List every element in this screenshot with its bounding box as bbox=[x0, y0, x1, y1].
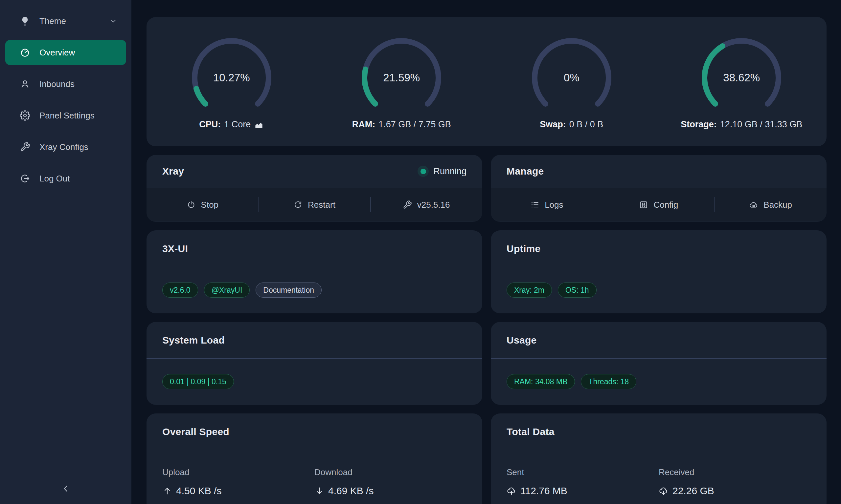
restart-icon bbox=[293, 200, 303, 209]
sidebar-item-overview[interactable]: Overview bbox=[5, 40, 126, 65]
speed-stats: Upload 4.50 KB /s Download bbox=[147, 450, 482, 497]
xray-status-text: Running bbox=[433, 166, 466, 177]
sent-value: 112.76 MB bbox=[520, 485, 567, 497]
wrench-icon bbox=[403, 200, 412, 209]
backup-button[interactable]: Backup bbox=[715, 188, 826, 221]
received-label: Received bbox=[659, 467, 811, 478]
received-value: 22.26 GB bbox=[672, 485, 714, 497]
logs-button[interactable]: Logs bbox=[491, 188, 603, 221]
xui-card-title: 3X-UI bbox=[162, 243, 188, 254]
speedometer-icon bbox=[20, 47, 30, 58]
total-data-title: Total Data bbox=[507, 426, 554, 437]
system-load-title: System Load bbox=[162, 335, 225, 346]
sent-label: Sent bbox=[507, 467, 659, 478]
xray-card: Xray Running Stop bbox=[147, 155, 482, 222]
total-data-card: Total Data Sent 112.76 MB Received bbox=[491, 413, 826, 504]
sidebar-item-theme[interactable]: Theme bbox=[5, 8, 126, 34]
cloud-upload-icon bbox=[507, 486, 516, 496]
status-dot bbox=[420, 169, 426, 174]
upload-stat: Upload 4.50 KB /s bbox=[162, 467, 314, 497]
logs-button-label: Logs bbox=[545, 200, 563, 210]
load-average-tag: 0.01 | 0.09 | 0.15 bbox=[162, 374, 234, 390]
storage-percent: 38.62% bbox=[697, 34, 786, 122]
threads-tag: Threads: 18 bbox=[581, 374, 636, 390]
uptime-card-title: Uptime bbox=[507, 243, 540, 254]
system-gauges-card: 10.27% CPU: 1 Core bbox=[147, 17, 826, 146]
power-icon bbox=[187, 200, 196, 209]
app-root: Theme Overview Inbounds bbox=[0, 0, 841, 504]
xray-status-badge: Running bbox=[417, 166, 466, 177]
download-stat: Download 4.69 KB /s bbox=[314, 467, 466, 497]
sidebar-item-label: Panel Settings bbox=[39, 111, 95, 121]
sidebar-item-label: Theme bbox=[39, 16, 66, 26]
restart-button-label: Restart bbox=[308, 200, 336, 210]
download-value: 4.69 KB /s bbox=[328, 485, 374, 497]
stop-button[interactable]: Stop bbox=[147, 188, 259, 221]
overall-speed-title: Overall Speed bbox=[162, 426, 229, 437]
ram-usage-tag: RAM: 34.08 MB bbox=[507, 374, 575, 390]
config-button[interactable]: Config bbox=[603, 188, 715, 221]
sidebar-item-xray-configs[interactable]: Xray Configs bbox=[5, 134, 126, 160]
xui-tags: v2.6.0 @XrayUI Documentation bbox=[147, 267, 482, 313]
received-stat: Received 22.26 GB bbox=[659, 467, 811, 497]
gear-icon bbox=[20, 110, 30, 121]
usage-tags: RAM: 34.08 MB Threads: 18 bbox=[491, 359, 826, 404]
uptime-card: Uptime Xray: 2m OS: 1h bbox=[491, 230, 826, 313]
version-tag[interactable]: v2.6.0 bbox=[162, 283, 198, 298]
sidebar-item-label: Inbounds bbox=[39, 79, 74, 89]
xray-card-title: Xray bbox=[162, 166, 184, 177]
sidebar: Theme Overview Inbounds bbox=[0, 0, 132, 504]
system-load-tags: 0.01 | 0.09 | 0.15 bbox=[147, 359, 482, 404]
stop-button-label: Stop bbox=[201, 200, 219, 210]
lightbulb-icon bbox=[20, 16, 30, 26]
upload-value: 4.50 KB /s bbox=[176, 485, 221, 497]
sidebar-item-label: Xray Configs bbox=[39, 142, 88, 152]
sidebar-item-inbounds[interactable]: Inbounds bbox=[5, 72, 126, 96]
sliders-icon bbox=[639, 200, 648, 209]
os-uptime-tag: OS: 1h bbox=[558, 283, 597, 298]
cloud-download-icon bbox=[659, 486, 669, 496]
wrench-icon bbox=[20, 142, 30, 152]
xray-version-label: v25.5.16 bbox=[417, 200, 450, 210]
manage-actions: Logs Config Backup bbox=[491, 188, 826, 221]
status-dot-ring bbox=[417, 166, 429, 177]
storage-gauge: 38.62% Storage: 12.10 GB / 31.33 GB bbox=[657, 17, 827, 146]
arrow-down-icon bbox=[314, 486, 324, 496]
swap-gauge: 0% Swap: 0 B / 0 B bbox=[486, 17, 657, 146]
cpu-percent: 10.27% bbox=[187, 34, 276, 122]
system-load-card: System Load 0.01 | 0.09 | 0.15 bbox=[147, 322, 482, 405]
user-icon bbox=[20, 79, 30, 89]
xray-version-button[interactable]: v25.5.16 bbox=[370, 188, 482, 221]
cloud-backup-icon bbox=[749, 200, 758, 209]
chevron-down-icon bbox=[109, 17, 118, 25]
download-label: Download bbox=[314, 467, 466, 478]
ram-gauge: 21.59% RAM: 1.67 GB / 7.75 GB bbox=[317, 17, 487, 146]
backup-button-label: Backup bbox=[763, 200, 792, 210]
total-data-stats: Sent 112.76 MB Received bbox=[491, 450, 826, 497]
ram-percent: 21.59% bbox=[357, 34, 446, 122]
sidebar-item-label: Log Out bbox=[39, 174, 70, 184]
sidebar-item-panel-settings[interactable]: Panel Settings bbox=[5, 103, 126, 128]
cpu-gauge: 10.27% CPU: 1 Core bbox=[147, 17, 317, 146]
uptime-tags: Xray: 2m OS: 1h bbox=[491, 267, 826, 313]
xrayui-tag[interactable]: @XrayUI bbox=[204, 283, 250, 298]
manage-card-title: Manage bbox=[507, 166, 544, 177]
swap-percent: 0% bbox=[527, 34, 616, 122]
documentation-tag[interactable]: Documentation bbox=[256, 283, 322, 298]
sidebar-item-label: Overview bbox=[39, 48, 75, 58]
chevron-left-icon bbox=[61, 483, 71, 495]
overall-speed-card: Overall Speed Upload 4.50 KB /s Downlo bbox=[147, 413, 482, 504]
sidebar-collapse-button[interactable] bbox=[0, 480, 132, 498]
xui-card: 3X-UI v2.6.0 @XrayUI Documentation bbox=[147, 230, 482, 313]
sidebar-item-log-out[interactable]: Log Out bbox=[5, 166, 126, 191]
logout-icon bbox=[20, 173, 30, 184]
upload-label: Upload bbox=[162, 467, 314, 478]
manage-card: Manage Logs Config bbox=[491, 155, 826, 222]
sent-stat: Sent 112.76 MB bbox=[507, 467, 659, 497]
usage-title: Usage bbox=[507, 335, 537, 346]
config-button-label: Config bbox=[653, 200, 678, 210]
usage-card: Usage RAM: 34.08 MB Threads: 18 bbox=[491, 322, 826, 405]
restart-button[interactable]: Restart bbox=[259, 188, 371, 221]
list-icon bbox=[530, 200, 539, 209]
sidebar-nav: Theme Overview Inbounds bbox=[0, 0, 132, 191]
